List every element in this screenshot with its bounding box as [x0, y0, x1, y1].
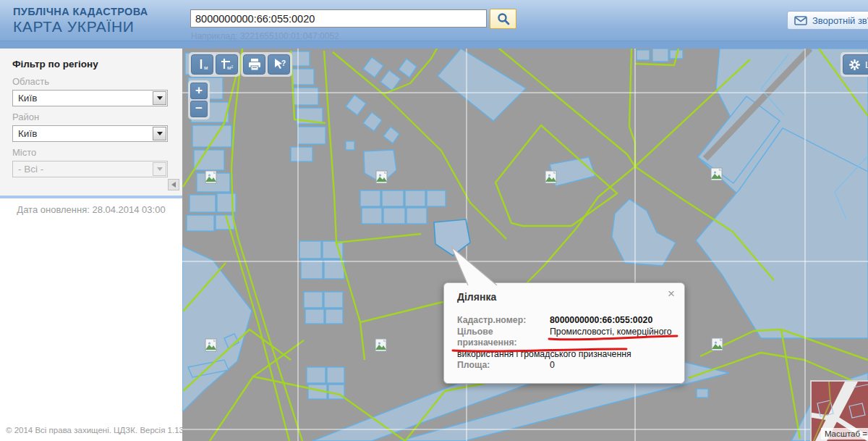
- broken-image-icon[interactable]: [205, 171, 216, 183]
- oblast-label: Область: [12, 76, 170, 87]
- misto-label: Місто: [12, 147, 170, 158]
- measure-area-unit: м²: [227, 64, 234, 71]
- zoom-out-button[interactable]: −: [190, 101, 208, 117]
- search-icon: [497, 12, 510, 25]
- zoom-in-button[interactable]: +: [190, 83, 208, 99]
- feedback-button[interactable]: Зворотній зв'я: [787, 11, 868, 30]
- popup-row-cadastre: Кадастр.номер:8000000000:66:055:0020: [457, 315, 674, 327]
- actions-toolbar: ?: [241, 52, 292, 77]
- logo-line1: ПУБЛІЧНА КАДАСТРОВА: [13, 6, 148, 18]
- rayon-value: Київ: [18, 128, 37, 139]
- copyright-text: © 2014 Всі права захищені. ЦДЗК. Версія …: [6, 426, 186, 434]
- panel-bottom-strip: [0, 196, 182, 198]
- logo-line2: КАРТА УКРАЇНИ: [13, 18, 148, 35]
- sidebar: Фільтр по регіону Область Київ Район Киї…: [0, 49, 182, 441]
- zoom-control: + −: [188, 80, 210, 119]
- oblast-dropdown-button[interactable]: [153, 91, 166, 105]
- feedback-label: Зворотній зв'я: [812, 15, 868, 26]
- broken-image-icon[interactable]: [205, 339, 216, 351]
- layers-button[interactable]: L: [843, 54, 868, 75]
- sidebar-collapse-button[interactable]: [168, 179, 179, 190]
- search-button[interactable]: [490, 9, 516, 29]
- filter-title: Фільтр по регіону: [12, 59, 170, 70]
- broken-image-icon[interactable]: [545, 171, 556, 183]
- measure-length-button[interactable]: м: [191, 54, 213, 75]
- scale-label: Масштаб =: [821, 428, 868, 440]
- update-date-text: Дата оновлення: 28.04.2014 03:00: [0, 204, 182, 215]
- popup-title: Ділянка: [457, 291, 496, 303]
- broken-image-icon[interactable]: [711, 168, 722, 180]
- selected-parcel[interactable]: [434, 219, 470, 256]
- area-value: 0: [550, 360, 555, 370]
- printer-icon: [247, 58, 262, 71]
- chevron-down-icon: [157, 132, 163, 135]
- measure-length-unit: м: [204, 64, 208, 71]
- layers-label: L: [865, 59, 868, 70]
- search-input[interactable]: [190, 9, 487, 28]
- measure-toolbar: м м²: [189, 52, 240, 77]
- gear-icon: [849, 59, 860, 70]
- envelope-icon: [794, 16, 807, 25]
- parcel-info-popup: Ділянка × Кадастр.номер:8000000000:66:05…: [443, 282, 685, 384]
- close-icon[interactable]: ×: [668, 287, 675, 300]
- chevron-down-icon: [157, 167, 163, 171]
- cadastre-number-label: Кадастр.номер:: [457, 315, 550, 327]
- rayon-dropdown-button[interactable]: [153, 127, 166, 140]
- header-divider-strip: [0, 41, 868, 49]
- misto-value: - Всі -: [18, 164, 43, 175]
- chevron-down-icon: [157, 96, 163, 100]
- app-logo: ПУБЛІЧНА КАДАСТРОВА КАРТА УКРАЇНИ: [13, 6, 148, 35]
- rayon-label: Район: [12, 112, 170, 122]
- measure-area-button[interactable]: м²: [216, 54, 238, 75]
- rayon-select[interactable]: Київ: [12, 125, 168, 142]
- identify-question-mark: ?: [281, 59, 286, 67]
- print-button[interactable]: [243, 54, 265, 75]
- popup-rows: Кадастр.номер:8000000000:66:055:0020 Ціл…: [457, 315, 674, 371]
- layers-toolbar: L: [841, 52, 868, 77]
- broken-image-icon[interactable]: [712, 338, 723, 350]
- oblast-value: Київ: [18, 93, 37, 104]
- popup-row-area: Площа:0: [457, 360, 674, 371]
- chevron-left-icon: [171, 182, 176, 188]
- broken-image-icon[interactable]: [376, 171, 387, 183]
- identify-button[interactable]: ?: [268, 54, 290, 75]
- popup-row-purpose: Цільове призначення:Промисловості, комер…: [457, 327, 674, 361]
- broken-image-icon[interactable]: [375, 339, 386, 351]
- misto-dropdown-button: [153, 162, 166, 176]
- purpose-label: Цільове призначення:: [457, 327, 550, 349]
- area-label: Площа:: [457, 360, 550, 371]
- app-window: ПУБЛІЧНА КАДАСТРОВА КАРТА УКРАЇНИ Наприк…: [0, 0, 868, 441]
- map-canvas[interactable]: м м² ?: [182, 49, 868, 441]
- header: ПУБЛІЧНА КАДАСТРОВА КАРТА УКРАЇНИ Наприк…: [0, 0, 868, 41]
- region-filter-panel: Фільтр по регіону Область Київ Район Киї…: [0, 49, 182, 196]
- misto-select: - Всі -: [12, 161, 168, 177]
- cadastre-number-value: 8000000000:66:055:0020: [550, 315, 652, 325]
- search-hint: Наприклад: 3221655100:01:047:0052: [191, 31, 339, 41]
- oblast-select[interactable]: Київ: [12, 90, 168, 106]
